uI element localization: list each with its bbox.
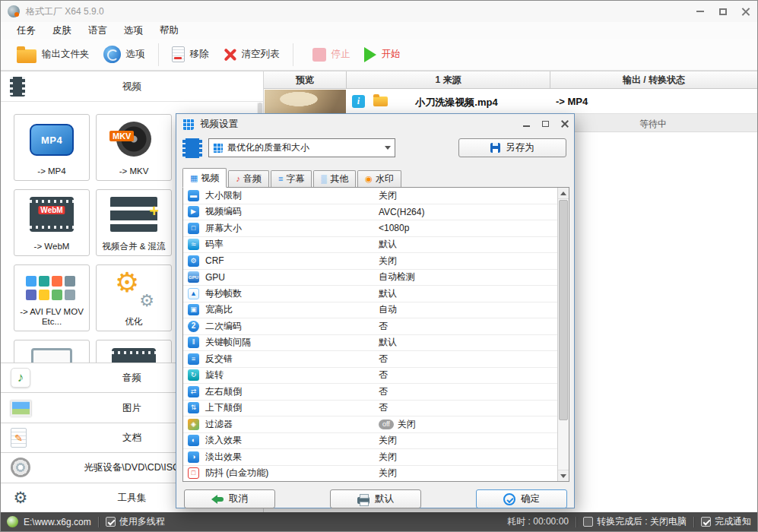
scroll-up-icon[interactable] <box>558 188 569 199</box>
settings-tab[interactable]: ≡ 字幕 <box>271 170 312 187</box>
setting-value[interactable]: 关闭 <box>379 451 397 464</box>
fade-out-icon: ◑ <box>188 451 199 463</box>
setting-row[interactable]: ◐ 淡入效果 关闭 <box>183 433 557 450</box>
setting-row[interactable]: □ 防抖 (白金功能) 关闭 <box>183 466 557 482</box>
setting-row[interactable]: ◑ 淡出效果 关闭 <box>183 449 557 466</box>
close-button[interactable] <box>734 1 757 22</box>
dialog-minimize-button[interactable] <box>517 114 536 134</box>
setting-row[interactable]: ⇄ 左右颠倒 否 <box>183 384 557 401</box>
setting-value[interactable]: 自动 <box>379 303 397 316</box>
setting-row[interactable]: ⚙ CRF 关闭 <box>183 253 557 270</box>
settings-tab[interactable]: ▒ 其他 <box>313 170 356 187</box>
setting-row[interactable]: ⇅ 上下颠倒 否 <box>183 401 557 417</box>
setting-row[interactable]: ≡ 反交错 否 <box>183 351 557 368</box>
setting-label: 码率 <box>205 238 379 251</box>
setting-row[interactable]: ▲ 每秒帧数 默认 <box>183 286 557 302</box>
format-badge: WebM <box>38 206 65 214</box>
setting-row[interactable]: ↻ 旋转 否 <box>183 368 557 385</box>
setting-value[interactable]: 否 <box>379 320 388 333</box>
setting-value[interactable]: 默认 <box>379 336 397 349</box>
scroll-thumb[interactable] <box>559 200 568 420</box>
setting-value[interactable]: 默认 <box>379 238 397 251</box>
scrollbar[interactable] <box>557 188 569 481</box>
setting-row[interactable]: ▶ 视频编码 AVC(H264) <box>183 204 557 221</box>
setting-value[interactable]: 否 <box>379 369 388 382</box>
site-link[interactable]: E:\www.x6g.com <box>24 517 91 527</box>
multithread-checkbox[interactable]: 使用多线程 <box>106 515 165 528</box>
clear-list-button[interactable]: 清空列表 <box>216 41 287 68</box>
setting-row[interactable]: ◈ 过滤器 off关闭 <box>183 416 557 433</box>
off-toggle-icon: off <box>379 420 394 429</box>
menu-item[interactable]: 语言 <box>80 22 116 39</box>
menu-item[interactable]: 皮肤 <box>44 22 80 39</box>
menu-item[interactable]: 任务 <box>8 22 44 39</box>
scroll-down-icon[interactable] <box>558 470 569 481</box>
format-tile[interactable]: MP4 -> MP4 <box>14 114 90 181</box>
setting-value[interactable]: off关闭 <box>379 418 416 431</box>
setting-value[interactable]: 自动检测 <box>379 271 415 283</box>
setting-value[interactable]: 关闭 <box>379 434 397 447</box>
dialog-close-button[interactable] <box>555 114 574 134</box>
setting-value[interactable]: 关闭 <box>379 467 397 480</box>
stop-button[interactable]: 停止 <box>306 41 357 68</box>
setting-row[interactable]: GPU GPU 自动检测 <box>183 270 557 287</box>
setting-value[interactable]: <1080p <box>379 223 409 233</box>
remove-button[interactable]: 移除 <box>165 41 216 68</box>
save-as-button[interactable]: 另存为 <box>458 138 566 157</box>
close-icon <box>741 7 750 16</box>
tab-label: 其他 <box>330 173 348 185</box>
check-circle-icon <box>503 493 515 505</box>
setting-label: 左右颠倒 <box>205 385 379 398</box>
setting-row[interactable]: ▬ 大小限制 关闭 <box>183 188 557 204</box>
column-header-source[interactable]: 1 来源 <box>347 71 550 88</box>
settings-tab[interactable]: ◉ 水印 <box>357 170 401 187</box>
column-header-output[interactable]: 输出 / 转换状态 <box>550 71 757 88</box>
setting-value[interactable]: 默认 <box>379 287 397 300</box>
dialog-maximize-button[interactable] <box>536 114 555 134</box>
format-tile[interactable]: WebM -> WebM <box>14 189 90 256</box>
setting-value[interactable]: 关闭 <box>379 189 397 202</box>
setting-value[interactable]: 关闭 <box>379 255 397 268</box>
setting-value[interactable]: AVC(H264) <box>379 207 424 217</box>
default-button[interactable]: 默认 <box>330 489 421 508</box>
options-button[interactable]: 选项 <box>97 41 152 68</box>
setting-row[interactable]: □ 屏幕大小 <1080p <box>183 220 557 237</box>
profile-select[interactable]: 最优化的质量和大小 <box>208 138 395 157</box>
video-section-header[interactable]: 视频 <box>1 71 263 102</box>
queue-item-row[interactable]: 小刀洗澡视频.mp4 -> MP4 <box>264 89 757 114</box>
maximize-button[interactable] <box>712 1 734 22</box>
setting-row[interactable]: 2 二次编码 否 <box>183 318 557 335</box>
start-button[interactable]: 开始 <box>357 41 408 68</box>
menu-item[interactable]: 选项 <box>116 22 151 39</box>
setting-value[interactable]: 否 <box>379 385 388 398</box>
setting-row[interactable]: ‖ 关键帧间隔 默认 <box>183 335 557 352</box>
menu-item[interactable]: 帮助 <box>151 22 187 39</box>
format-tile[interactable]: 优化 <box>96 264 172 331</box>
format-tile[interactable]: 视频合并 & 混流 <box>96 189 172 256</box>
output-folder-button[interactable]: 输出文件夹 <box>10 41 97 68</box>
cancel-button[interactable]: 取消 <box>184 489 275 508</box>
fade-in-icon: ◐ <box>188 435 199 446</box>
chevron-down-icon[interactable] <box>381 140 394 156</box>
format-tile[interactable] <box>96 340 172 363</box>
format-tile[interactable] <box>14 340 90 363</box>
settings-tab[interactable]: ♪ 音频 <box>228 170 269 187</box>
format-tile[interactable]: MKV -> MKV <box>96 114 172 181</box>
tile-label: -> MKV <box>97 165 170 180</box>
minimize-button[interactable] <box>689 1 712 22</box>
site-logo-icon <box>7 516 18 527</box>
bitrate-icon: ≈ <box>188 239 199 250</box>
ok-button[interactable]: 确定 <box>476 489 567 508</box>
setting-value[interactable]: 否 <box>379 353 388 366</box>
settings-tab[interactable]: ▦ 视频 <box>182 168 227 188</box>
dialog-controls <box>517 114 574 134</box>
setting-value[interactable]: 否 <box>379 401 388 414</box>
mkv-tile-icon: MKV <box>116 122 151 157</box>
format-tile[interactable]: -> AVI FLV MOV Etc... <box>14 264 90 331</box>
setting-row[interactable]: ▣ 宽高比 自动 <box>183 302 557 319</box>
notify-checkbox[interactable]: 完成通知 <box>701 515 751 528</box>
shutdown-after-checkbox[interactable]: 转换完成后 : 关闭电脑 <box>583 515 687 528</box>
setting-row[interactable]: ≈ 码率 默认 <box>183 237 557 254</box>
column-header-preview[interactable]: 预览 <box>264 71 347 88</box>
statusbar-separator <box>98 517 99 527</box>
